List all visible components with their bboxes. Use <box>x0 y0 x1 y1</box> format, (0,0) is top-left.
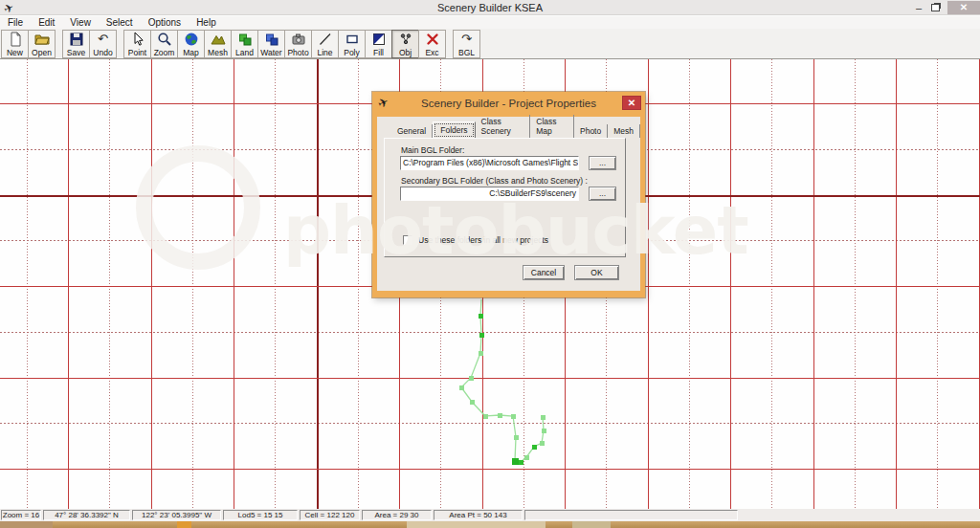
use-folders-checkbox[interactable] <box>403 235 412 245</box>
land-button[interactable]: Land <box>231 30 258 58</box>
water-icon <box>264 32 279 47</box>
fill-icon <box>371 32 387 47</box>
toolbar: NewOpenSave↶UndoPointZoomMapMeshLandWate… <box>0 29 980 59</box>
toolbar-label: Mesh <box>208 48 228 57</box>
menu-bar: FileEditViewSelectOptionsHelp <box>0 16 980 29</box>
dialog-title-bar[interactable]: ✈ Scenery Builder - Project Properties ✕ <box>372 92 645 117</box>
mesh-button[interactable]: Mesh <box>204 30 232 58</box>
menu-help[interactable]: Help <box>189 16 224 29</box>
exc-icon <box>425 32 440 47</box>
obj-button[interactable]: Obj <box>391 30 419 58</box>
bgl-button[interactable]: ↷BGL <box>453 30 480 58</box>
tab-class-scenery[interactable]: Class Scenery <box>476 115 531 138</box>
toolbar-label: Poly <box>344 48 360 57</box>
dialog-close-button[interactable]: ✕ <box>622 96 641 110</box>
secondary-bgl-browse-button[interactable]: ... <box>589 187 616 201</box>
menu-select[interactable]: Select <box>99 16 141 29</box>
photo-button[interactable]: Photo <box>284 30 312 58</box>
restore-button[interactable] <box>931 4 940 11</box>
open-button[interactable]: Open <box>28 30 56 58</box>
undo-icon: ↶ <box>96 32 111 47</box>
toolbar-label: Save <box>67 48 85 57</box>
poly-icon <box>345 32 360 47</box>
ok-button[interactable]: OK <box>574 265 619 280</box>
map-button[interactable]: Map <box>177 30 205 58</box>
undo-button[interactable]: ↶Undo <box>89 30 117 58</box>
mesh-icon <box>211 32 226 47</box>
photo-icon <box>291 32 306 47</box>
line-icon <box>318 32 333 47</box>
toolbar-label: Exc <box>425 48 438 57</box>
use-folders-checkbox-row: Use these folders in all new projects <box>403 235 548 245</box>
project-properties-dialog: ✈ Scenery Builder - Project Properties ✕… <box>372 92 645 297</box>
toolbar-label: Zoom <box>154 48 175 57</box>
status-panel-5: Area = 29 30 <box>362 510 432 520</box>
main-bgl-folder-input[interactable]: C:\Program Files (x86)\Microsoft Games\F… <box>400 156 579 170</box>
menu-file[interactable]: File <box>0 16 31 29</box>
status-panel-1: 47° 28' 36.3392" N <box>43 510 130 520</box>
folders-tab-page: Main BGL Folder: C:\Program Files (x86)\… <box>384 138 626 257</box>
toolbar-label: Point <box>128 48 146 57</box>
status-panel-2: 122° 23' 05.3995" W <box>132 510 221 520</box>
menu-edit[interactable]: Edit <box>31 16 62 29</box>
toolbar-label: Open <box>32 48 52 57</box>
new-button[interactable]: New <box>1 30 29 58</box>
save-button[interactable]: Save <box>62 30 90 58</box>
open-icon <box>34 32 50 47</box>
toolbar-label: Line <box>317 48 332 57</box>
water-button[interactable]: Water <box>257 30 285 58</box>
tab-mesh[interactable]: Mesh <box>608 124 640 138</box>
application-window: ✈ Scenery Builder KSEA – ✕ FileEditViewS… <box>0 0 980 528</box>
toolbar-label: Land <box>235 48 254 57</box>
taskbar-sliver <box>0 521 980 528</box>
use-folders-checkbox-label: Use these folders in all new projects <box>418 235 548 245</box>
menu-view[interactable]: View <box>62 16 99 29</box>
zoom-button[interactable]: Zoom <box>150 30 178 58</box>
dialog-tabs: GeneralFoldersClass SceneryClass MapPhot… <box>391 122 640 138</box>
status-panel-0: Zoom = 16 <box>1 510 41 520</box>
tab-general[interactable]: General <box>391 124 433 138</box>
line-button[interactable]: Line <box>311 30 339 58</box>
secondary-bgl-folder-label: Secondary BGL Folder (Class and Photo Sc… <box>401 176 588 186</box>
fill-button[interactable]: Fill <box>365 30 392 58</box>
tab-photo[interactable]: Photo <box>574 124 608 138</box>
close-button[interactable]: ✕ <box>947 1 980 14</box>
menu-options[interactable]: Options <box>141 16 189 29</box>
status-panel-3: Lod5 = 15 15 <box>223 510 298 520</box>
tab-class-map[interactable]: Class Map <box>530 115 574 138</box>
toolbar-label: Undo <box>93 48 112 57</box>
main-bgl-folder-label: Main BGL Folder: <box>401 145 464 155</box>
bgl-icon: ↷ <box>459 32 475 47</box>
map-icon <box>184 32 199 47</box>
status-panel-7 <box>524 510 738 520</box>
secondary-bgl-folder-input[interactable]: C:\SBuilderFS9\scenery <box>400 187 579 201</box>
dialog-body: GeneralFoldersClass SceneryClass MapPhot… <box>377 117 640 291</box>
main-bgl-browse-button[interactable]: ... <box>589 156 616 170</box>
save-icon <box>69 32 84 47</box>
toolbar-label: BGL <box>458 48 475 57</box>
poly-button[interactable]: Poly <box>338 30 366 58</box>
zoom-icon <box>157 32 172 47</box>
toolbar-label: Obj <box>399 48 412 57</box>
obj-icon <box>398 32 413 47</box>
minimize-button[interactable]: – <box>910 3 927 12</box>
toolbar-label: Water <box>260 48 281 57</box>
status-bar: Zoom = 1647° 28' 36.3392" N122° 23' 05.3… <box>0 509 980 521</box>
tab-folders[interactable]: Folders <box>433 121 475 139</box>
dialog-title: Scenery Builder - Project Properties <box>372 92 645 115</box>
land-icon <box>237 32 253 47</box>
toolbar-label: Map <box>183 48 199 57</box>
point-button[interactable]: Point <box>123 30 151 58</box>
exc-button[interactable]: Exc <box>418 30 446 58</box>
point-icon <box>130 32 145 47</box>
cancel-button[interactable]: Cancel <box>523 265 565 280</box>
window-controls: – ✕ <box>910 0 980 15</box>
toolbar-label: Photo <box>287 48 308 57</box>
status-panel-4: Cell = 122 120 <box>300 510 360 520</box>
new-icon <box>8 32 23 47</box>
status-panel-6: Area Pt = 50 143 <box>434 510 523 520</box>
title-bar: ✈ Scenery Builder KSEA – ✕ <box>0 0 980 15</box>
toolbar-label: Fill <box>373 48 384 57</box>
toolbar-label: New <box>7 48 23 57</box>
window-title: Scenery Builder KSEA <box>0 0 980 15</box>
